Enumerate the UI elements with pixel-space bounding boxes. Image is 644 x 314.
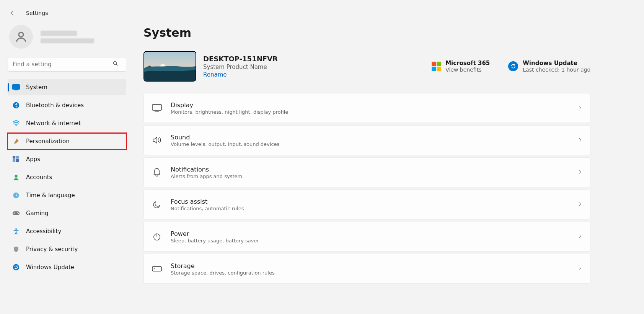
card-title: Storage <box>171 262 577 270</box>
gamepad-icon <box>12 209 20 217</box>
nav-label: Accessibility <box>26 228 61 235</box>
arrow-left-icon <box>9 10 16 16</box>
nav-bluetooth[interactable]: Bluetooth & devices <box>8 97 126 113</box>
account-icon <box>12 173 20 181</box>
windows-update-icon <box>508 61 518 71</box>
card-sub: Alerts from apps and system <box>171 173 577 179</box>
window-title: Settings <box>26 10 48 16</box>
nav-accounts[interactable]: Accounts <box>8 169 126 185</box>
nav-time[interactable]: Time & language <box>8 187 126 203</box>
svg-rect-6 <box>13 156 15 159</box>
search-box[interactable] <box>8 57 126 72</box>
card-sub: Sleep, battery usage, battery saver <box>171 238 577 244</box>
svg-rect-21 <box>152 267 161 271</box>
shortcut-sub: View benefits <box>445 67 490 73</box>
nav-label: Apps <box>26 156 40 163</box>
nav-label: Personalization <box>26 138 70 145</box>
card-title: Power <box>171 230 577 237</box>
svg-point-22 <box>154 268 155 270</box>
svg-rect-19 <box>152 105 161 110</box>
nav-label: Bluetooth & devices <box>26 102 84 109</box>
card-notifications[interactable]: Notifications Alerts from apps and syste… <box>143 157 590 187</box>
svg-rect-2 <box>12 84 20 90</box>
nav-update[interactable]: Windows Update <box>8 259 126 275</box>
svg-point-10 <box>15 175 18 178</box>
nav-label: System <box>26 84 47 91</box>
card-sound[interactable]: Sound Volume levels, output, input, soun… <box>143 125 590 155</box>
nav-personalization[interactable]: Personalization <box>8 133 126 149</box>
user-profile[interactable] <box>8 25 126 49</box>
nav-label: Windows Update <box>26 264 74 271</box>
svg-point-0 <box>19 32 23 37</box>
windows-update-shortcut[interactable]: Windows Update Last checked: 1 hour ago <box>508 60 590 73</box>
shield-icon <box>12 245 20 253</box>
svg-point-13 <box>17 212 18 213</box>
profile-name-redacted <box>41 31 94 43</box>
nav-label: Network & internet <box>26 120 81 127</box>
storage-icon <box>152 263 162 274</box>
device-product: System Product Name <box>203 64 278 70</box>
paintbrush-icon <box>12 137 20 145</box>
power-icon <box>152 231 162 242</box>
nav-privacy[interactable]: Privacy & security <box>8 241 126 257</box>
nav-accessibility[interactable]: Accessibility <box>8 223 126 239</box>
back-button[interactable] <box>8 8 17 18</box>
svg-rect-9 <box>16 159 19 162</box>
desktop-wallpaper-thumbnail[interactable] <box>143 51 196 82</box>
moon-icon <box>152 199 162 210</box>
card-title: Notifications <box>171 166 577 173</box>
apps-icon <box>12 155 20 163</box>
shortcut-sub: Last checked: 1 hour ago <box>523 67 590 73</box>
chevron-right-icon <box>577 169 582 176</box>
nav-network[interactable]: Network & internet <box>8 115 126 131</box>
clock-globe-icon <box>12 191 20 199</box>
chevron-right-icon <box>577 137 582 144</box>
card-title: Display <box>171 101 577 109</box>
microsoft-365-shortcut[interactable]: Microsoft 365 View benefits <box>432 60 490 73</box>
sound-icon <box>152 135 162 146</box>
rename-link[interactable]: Rename <box>203 71 278 78</box>
card-display[interactable]: Display Monitors, brightness, night ligh… <box>143 93 590 123</box>
card-title: Focus assist <box>171 198 577 205</box>
svg-rect-3 <box>15 90 18 90</box>
card-sub: Notifications, automatic rules <box>171 206 577 211</box>
monitor-icon <box>12 83 20 91</box>
svg-rect-7 <box>16 156 19 159</box>
card-sub: Storage space, drives, configuration rul… <box>171 270 577 276</box>
person-icon <box>15 30 28 43</box>
card-sub: Volume levels, output, input, sound devi… <box>171 141 577 147</box>
svg-rect-8 <box>13 159 15 162</box>
card-storage[interactable]: Storage Storage space, drives, configura… <box>143 254 590 284</box>
svg-point-14 <box>18 213 19 214</box>
nav-label: Accounts <box>26 174 52 181</box>
card-focus-assist[interactable]: Focus assist Notifications, automatic ru… <box>143 190 590 219</box>
chevron-right-icon <box>577 105 582 112</box>
search-input[interactable] <box>8 57 126 72</box>
chevron-right-icon <box>577 201 582 208</box>
nav-apps[interactable]: Apps <box>8 151 126 167</box>
nav-gaming[interactable]: Gaming <box>8 205 126 221</box>
bell-icon <box>152 167 162 178</box>
svg-point-5 <box>16 125 17 126</box>
device-name: DESKTOP-151NFVR <box>203 55 278 63</box>
update-icon <box>12 263 20 271</box>
svg-point-15 <box>15 228 17 230</box>
nav-label: Privacy & security <box>26 246 78 253</box>
accessibility-icon <box>12 227 20 235</box>
bluetooth-icon <box>12 101 20 109</box>
avatar <box>9 25 33 49</box>
card-sub: Monitors, brightness, night light, displ… <box>171 109 577 115</box>
nav-system[interactable]: System <box>8 79 126 95</box>
card-power[interactable]: Power Sleep, battery usage, battery save… <box>143 222 590 252</box>
display-icon <box>152 103 162 113</box>
card-title: Sound <box>171 134 577 141</box>
nav-label: Gaming <box>26 210 49 217</box>
nav-label: Time & language <box>26 192 75 199</box>
chevron-right-icon <box>577 265 582 273</box>
page-title: System <box>143 26 590 39</box>
shortcut-title: Windows Update <box>523 60 590 67</box>
microsoft-logo-icon <box>432 62 441 71</box>
shortcut-title: Microsoft 365 <box>445 60 490 67</box>
svg-point-16 <box>13 264 20 271</box>
chevron-right-icon <box>577 233 582 240</box>
